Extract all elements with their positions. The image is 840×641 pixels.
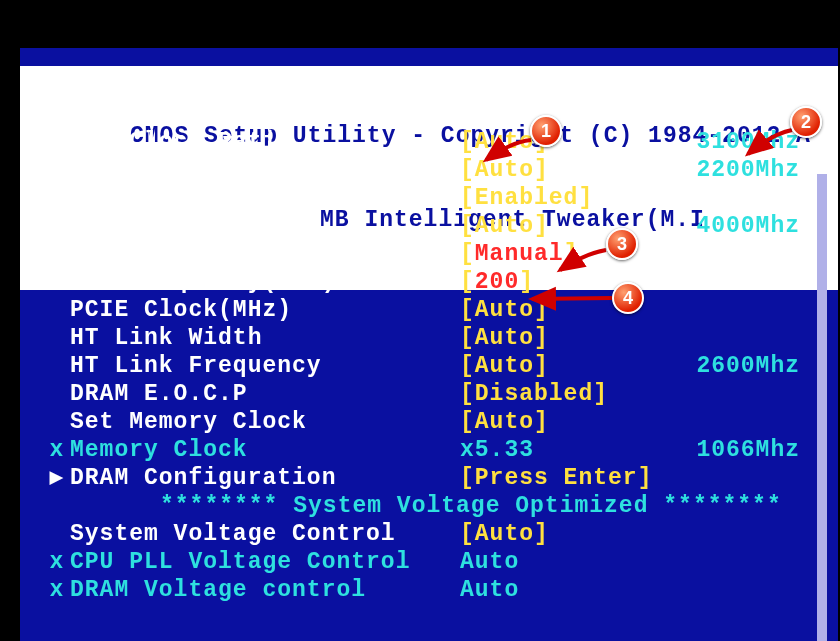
label: Core Performance Boost	[70, 184, 460, 212]
settings-body: CPU Clock Ratio [Auto] 3100Mhz CPU North…	[20, 128, 838, 604]
row-cpb-ratio[interactable]: CPB Ratio [Auto] 4000Mhz	[20, 212, 838, 240]
label: CPU Frequency(MHz)	[70, 268, 460, 296]
row-cpu-frequency[interactable]: CPU Frequency(MHz) [200]	[20, 268, 838, 296]
label: CPU NorthBridge Freq.	[70, 156, 460, 184]
row-dram-voltage: x DRAM Voltage control Auto	[20, 576, 838, 604]
annotation-arrow-3	[554, 244, 612, 278]
value: Auto	[460, 576, 650, 604]
scrollbar[interactable]	[812, 158, 832, 641]
disabled-x-icon: x	[44, 436, 70, 464]
label: CPB Ratio	[70, 212, 460, 240]
readout: 2600Mhz	[650, 352, 800, 380]
value: x5.33	[460, 436, 650, 464]
row-dram-eocp[interactable]: DRAM E.O.C.P [Disabled]	[20, 380, 838, 408]
row-ht-link-frequency[interactable]: HT Link Frequency [Auto] 2600Mhz	[20, 352, 838, 380]
row-system-voltage-control[interactable]: System Voltage Control [Auto]	[20, 520, 838, 548]
row-set-memory-clock[interactable]: Set Memory Clock [Auto]	[20, 408, 838, 436]
value[interactable]: [Auto]	[460, 324, 650, 352]
scroll-track[interactable]	[817, 174, 827, 641]
label: Memory Clock	[70, 436, 460, 464]
value[interactable]: [Auto]	[460, 352, 650, 380]
scroll-up-arrow-icon[interactable]	[812, 158, 832, 170]
label: HT Link Frequency	[70, 352, 460, 380]
label: System Voltage Control	[70, 520, 460, 548]
value[interactable]: [Enabled]	[460, 184, 650, 212]
voltage-banner: ******** System Voltage Optimized ******…	[20, 492, 838, 520]
row-cpu-host-clock-control[interactable]: CPU Host Clock Control [Manual]	[20, 240, 838, 268]
annotation-arrow-1	[476, 130, 536, 170]
row-ht-link-width[interactable]: HT Link Width [Auto]	[20, 324, 838, 352]
label: CPU PLL Voltage Control	[70, 548, 460, 576]
value[interactable]: [Auto]	[460, 212, 650, 240]
label: CPU Host Clock Control	[70, 240, 460, 268]
label: DRAM Voltage control	[70, 576, 460, 604]
value[interactable]: [Auto]	[460, 408, 650, 436]
label: DRAM Configuration	[70, 464, 460, 492]
label: HT Link Width	[70, 324, 460, 352]
disabled-x-icon: x	[44, 548, 70, 576]
value[interactable]: [Press Enter]	[460, 464, 650, 492]
disabled-x-icon: x	[44, 576, 70, 604]
row-cpu-pll-voltage: x CPU PLL Voltage Control Auto	[20, 548, 838, 576]
submenu-arrow-icon: ▶	[44, 464, 70, 492]
label: DRAM E.O.C.P	[70, 380, 460, 408]
annotation-arrow-4	[526, 290, 616, 310]
label: Set Memory Clock	[70, 408, 460, 436]
value: Auto	[460, 548, 650, 576]
annotation-arrow-2	[740, 124, 800, 164]
readout: 1066Mhz	[650, 436, 800, 464]
row-cpu-northbridge[interactable]: CPU NorthBridge Freq. [Auto] 2200Mhz	[20, 156, 838, 184]
label: PCIE Clock(MHz)	[70, 296, 460, 324]
value[interactable]: [Auto]	[460, 520, 650, 548]
bios-screen: CMOS Setup Utility - Copyright (C) 1984-…	[20, 48, 838, 641]
value[interactable]: [Disabled]	[460, 380, 650, 408]
row-pcie-clock[interactable]: PCIE Clock(MHz) [Auto]	[20, 296, 838, 324]
row-core-perf-boost[interactable]: Core Performance Boost [Enabled]	[20, 184, 838, 212]
row-memory-clock: x Memory Clock x5.33 1066Mhz	[20, 436, 838, 464]
row-cpu-clock-ratio[interactable]: CPU Clock Ratio [Auto] 3100Mhz	[20, 128, 838, 156]
readout: 4000Mhz	[650, 212, 800, 240]
row-dram-configuration[interactable]: ▶ DRAM Configuration [Press Enter]	[20, 464, 838, 492]
label: CPU Clock Ratio	[70, 128, 460, 156]
